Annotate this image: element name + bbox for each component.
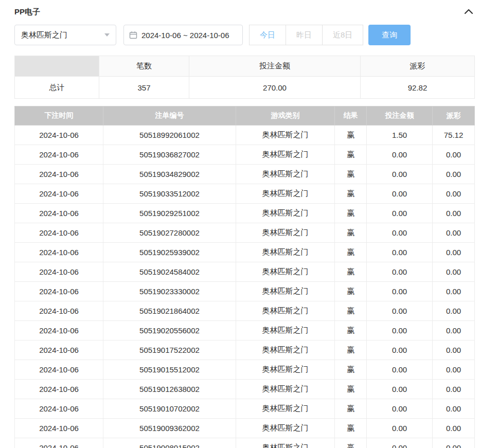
- cell-game-type: 奥林匹斯之门: [236, 126, 335, 145]
- cell-result: 赢: [335, 360, 367, 380]
- cell-bet-time: 2024-10-06: [15, 282, 103, 301]
- summary-col-bet-amount: 投注金额: [189, 56, 361, 77]
- cell-bet-time: 2024-10-06: [15, 126, 103, 145]
- cell-payout: 0.00: [433, 282, 475, 301]
- cell-payout: 0.00: [433, 399, 475, 419]
- cell-bet-amount: 0.00: [367, 341, 433, 360]
- cell-payout: 0.00: [433, 243, 475, 262]
- cell-payout: 75.12: [433, 126, 475, 145]
- cell-bet-time: 2024-10-06: [15, 419, 103, 438]
- cell-payout: 0.00: [433, 145, 475, 165]
- cell-game-type: 奥林匹斯之门: [236, 380, 335, 399]
- table-row: 2024-10-0650519009362002奥林匹斯之门赢0.000.00: [15, 419, 475, 438]
- table-row: 2024-10-0650519020556002奥林匹斯之门赢0.000.00: [15, 321, 475, 341]
- cell-bet-amount: 0.00: [367, 321, 433, 341]
- cell-order-id: 50519009362002: [103, 419, 236, 438]
- cell-order-id: 50519008015002: [103, 438, 236, 448]
- table-col-bet-amount: 投注金额: [367, 106, 433, 126]
- cell-order-id: 50519012638002: [103, 380, 236, 399]
- quick-button-today[interactable]: 今日: [249, 25, 286, 45]
- cell-order-id: 50519023330002: [103, 282, 236, 301]
- cell-bet-time: 2024-10-06: [15, 223, 103, 243]
- cell-result: 赢: [335, 243, 367, 262]
- game-select-value: 奥林匹斯之门: [21, 30, 67, 40]
- game-select[interactable]: 奥林匹斯之门: [14, 25, 116, 45]
- cell-game-type: 奥林匹斯之门: [236, 419, 335, 438]
- search-button[interactable]: 查询: [368, 25, 411, 45]
- table-row: 2024-10-0650519023330002奥林匹斯之门赢0.000.00: [15, 282, 475, 301]
- cell-result: 赢: [335, 262, 367, 282]
- summary-col-payout: 派彩: [361, 56, 475, 77]
- cell-bet-amount: 0.00: [367, 380, 433, 399]
- cell-result: 赢: [335, 204, 367, 223]
- cell-bet-amount: 0.00: [367, 262, 433, 282]
- cell-result: 赢: [335, 301, 367, 321]
- cell-result: 赢: [335, 165, 367, 184]
- cell-order-id: 50519021864002: [103, 301, 236, 321]
- cell-game-type: 奥林匹斯之门: [236, 145, 335, 165]
- table-row: 2024-10-0650519008015002奥林匹斯之门赢0.000.00: [15, 438, 475, 448]
- cell-result: 赢: [335, 282, 367, 301]
- cell-bet-amount: 0.00: [367, 223, 433, 243]
- collapse-panel-button[interactable]: [463, 6, 474, 17]
- cell-payout: 0.00: [433, 204, 475, 223]
- cell-order-id: 50518992061002: [103, 126, 236, 145]
- cell-payout: 0.00: [433, 419, 475, 438]
- cell-game-type: 奥林匹斯之门: [236, 282, 335, 301]
- cell-result: 赢: [335, 145, 367, 165]
- cell-game-type: 奥林匹斯之门: [236, 321, 335, 341]
- table-row: 2024-10-0650519036827002奥林匹斯之门赢0.000.00: [15, 145, 475, 165]
- table-row: 2024-10-0650519034829002奥林匹斯之门赢0.000.00: [15, 165, 475, 184]
- cell-payout: 0.00: [433, 223, 475, 243]
- cell-bet-time: 2024-10-06: [15, 262, 103, 282]
- cell-bet-time: 2024-10-06: [15, 360, 103, 380]
- cell-bet-amount: 0.00: [367, 360, 433, 380]
- cell-payout: 0.00: [433, 321, 475, 341]
- date-range-input[interactable]: 2024-10-06 ~ 2024-10-06: [123, 25, 243, 45]
- summary-total-payout: 92.82: [361, 77, 475, 99]
- cell-order-id: 50519024584002: [103, 262, 236, 282]
- summary-table: 笔数 投注金额 派彩 总计 357 270.00 92.82: [14, 56, 475, 99]
- cell-order-id: 50519010702002: [103, 399, 236, 419]
- cell-order-id: 50519020556002: [103, 321, 236, 341]
- table-row: 2024-10-0650518992061002奥林匹斯之门赢1.5075.12: [15, 126, 475, 145]
- chevron-down-icon: [104, 33, 110, 37]
- cell-game-type: 奥林匹斯之门: [236, 341, 335, 360]
- cell-bet-time: 2024-10-06: [15, 204, 103, 223]
- quick-button-yesterday[interactable]: 昨日: [286, 25, 323, 45]
- table-row: 2024-10-0650519027280002奥林匹斯之门赢0.000.00: [15, 223, 475, 243]
- cell-result: 赢: [335, 438, 367, 448]
- cell-bet-time: 2024-10-06: [15, 243, 103, 262]
- cell-payout: 0.00: [433, 184, 475, 204]
- cell-bet-amount: 0.00: [367, 243, 433, 262]
- summary-col-count: 笔数: [99, 56, 189, 77]
- summary-total-row: 总计 357 270.00 92.82: [15, 77, 475, 99]
- cell-game-type: 奥林匹斯之门: [236, 262, 335, 282]
- cell-payout: 0.00: [433, 438, 475, 448]
- table-row: 2024-10-0650519033512002奥林匹斯之门赢0.000.00: [15, 184, 475, 204]
- cell-game-type: 奥林匹斯之门: [236, 204, 335, 223]
- cell-result: 赢: [335, 419, 367, 438]
- cell-game-type: 奥林匹斯之门: [236, 360, 335, 380]
- table-col-payout: 派彩: [433, 106, 475, 126]
- cell-result: 赢: [335, 341, 367, 360]
- chevron-up-icon: [464, 7, 473, 16]
- cell-bet-amount: 0.00: [367, 204, 433, 223]
- table-col-order-id: 注单编号: [103, 106, 236, 126]
- cell-result: 赢: [335, 126, 367, 145]
- cell-bet-amount: 0.00: [367, 301, 433, 321]
- bet-records-table: 下注时间注单编号游戏类别结果投注金额派彩 2024-10-06505189920…: [14, 106, 475, 448]
- cell-payout: 0.00: [433, 360, 475, 380]
- cell-bet-amount: 0.00: [367, 438, 433, 448]
- panel-header: PP电子: [14, 0, 474, 22]
- cell-bet-amount: 0.00: [367, 145, 433, 165]
- quick-button-last-8-days[interactable]: 近8日: [322, 25, 363, 45]
- cell-order-id: 50519034829002: [103, 165, 236, 184]
- cell-bet-time: 2024-10-06: [15, 321, 103, 341]
- cell-result: 赢: [335, 184, 367, 204]
- table-row: 2024-10-0650519015512002奥林匹斯之门赢0.000.00: [15, 360, 475, 380]
- cell-bet-time: 2024-10-06: [15, 145, 103, 165]
- cell-game-type: 奥林匹斯之门: [236, 399, 335, 419]
- cell-bet-time: 2024-10-06: [15, 380, 103, 399]
- cell-bet-time: 2024-10-06: [15, 165, 103, 184]
